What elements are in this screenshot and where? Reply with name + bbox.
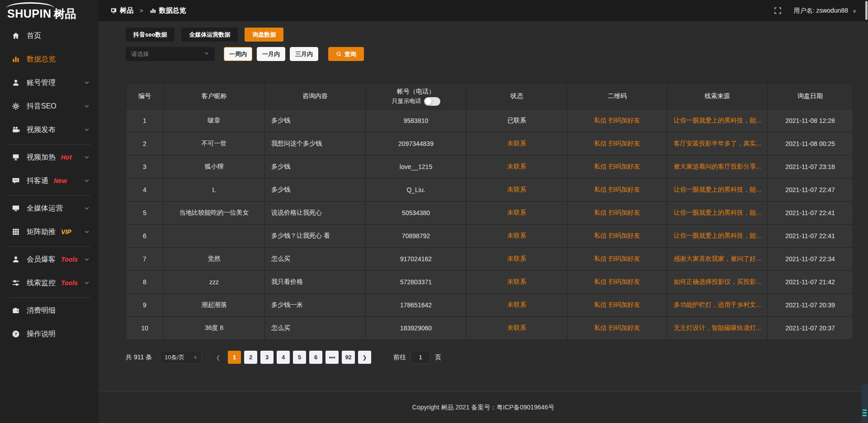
sidebar-item-account-manage[interactable]: 账号管理 xyxy=(0,74,99,92)
sidebar-item-clue-monitor[interactable]: 线索监控Tools xyxy=(0,274,99,292)
phone-only-toggle[interactable] xyxy=(424,97,440,106)
home-icon xyxy=(12,32,20,40)
cell-qrcode-link[interactable]: 私信 扫码加好友 xyxy=(567,294,667,316)
prev-page-button[interactable]: ❮ xyxy=(212,351,225,364)
cell-status[interactable]: 未联系 xyxy=(467,317,567,339)
cell-source-link[interactable]: 多功能护栏灯，适用于乡村文... xyxy=(667,294,767,316)
cell-qrcode-link[interactable]: 私信 扫码加好友 xyxy=(567,109,667,132)
cell-status[interactable]: 未联系 xyxy=(467,132,567,155)
question-icon: ? xyxy=(12,330,20,338)
tab-douyin-seo-data[interactable]: 抖音seo数据 xyxy=(126,28,175,42)
sidebar-item-video-heat[interactable]: 视频加热Hot xyxy=(0,148,99,166)
cell-status[interactable]: 未联系 xyxy=(467,202,567,224)
corner-widget[interactable] xyxy=(861,384,868,423)
cell-status[interactable]: 未联系 xyxy=(467,248,567,270)
cell-status[interactable]: 未联系 xyxy=(467,294,567,316)
cell-account: Q_Liu. xyxy=(366,179,466,201)
period-button[interactable]: 一月内 xyxy=(257,47,285,61)
sidebar-item-consumption-detail[interactable]: 消费明细 xyxy=(0,301,99,320)
page-button-92[interactable]: 92 xyxy=(342,351,355,364)
cell-source-link[interactable]: 让你一眼就爱上的黑科技，能... xyxy=(667,109,767,132)
cell-nickname: 当地比较能吃的一位美女 xyxy=(164,202,264,224)
sidebar-item-media-operation[interactable]: 全媒体运营 xyxy=(0,199,99,217)
sidebar-item-label: 数据总览 xyxy=(27,55,56,64)
filter-select[interactable]: 请选择 xyxy=(126,47,215,61)
table-row: 3狐小狸多少钱love__1215未联系私信 扫码加好友被大家追着问的客厅投影分… xyxy=(126,155,853,178)
cell-content: 多少钱 xyxy=(265,109,365,132)
breadcrumb: 树品 > 数据总览 xyxy=(110,6,186,15)
display-icon xyxy=(12,153,20,161)
cell-qrcode-link[interactable]: 私信 扫码加好友 xyxy=(567,132,667,155)
cell-source-link[interactable]: 感谢大家喜欢我家，被问了好... xyxy=(667,248,767,270)
cell-qrcode-link[interactable]: 私信 扫码加好友 xyxy=(567,317,667,339)
cell-date: 2021-11-07 22:41 xyxy=(768,202,853,224)
cell-date: 2021-11-07 23:18 xyxy=(768,155,853,178)
sidebar-item-label: 矩阵助推 xyxy=(27,227,56,237)
cell-source-link[interactable]: 让你一眼就爱上的黑科技，能... xyxy=(667,225,767,247)
cell-source-link[interactable]: 被大家追着问的客厅投影分享... xyxy=(667,155,767,178)
page-button-3[interactable]: 3 xyxy=(260,351,274,364)
bar-chart-icon xyxy=(12,55,20,63)
sidebar-item-video-publish[interactable]: 视频发布 xyxy=(0,121,99,139)
cell-content: 多少钱 xyxy=(265,179,365,201)
more-pages-button[interactable]: ••• xyxy=(326,351,339,364)
cell-source-link[interactable]: 让你一眼就爱上的黑科技，能... xyxy=(667,202,767,224)
page-button-1[interactable]: 1 xyxy=(228,351,241,364)
breadcrumb-current-icon xyxy=(150,7,156,14)
cell-qrcode-link[interactable]: 私信 扫码加好友 xyxy=(567,179,667,201)
goto-page-input[interactable] xyxy=(410,351,430,364)
page-button-5[interactable]: 5 xyxy=(293,351,306,364)
cell-status[interactable]: 未联系 xyxy=(467,155,567,178)
footer: Copyright 树品 2021 备案号：粤ICP备09019646号 xyxy=(99,391,868,423)
cell-qrcode-link[interactable]: 私信 扫码加好友 xyxy=(567,225,667,247)
sidebar-item-douyin-seo[interactable]: 抖音SEO xyxy=(0,97,99,115)
monitor-icon xyxy=(12,204,20,212)
scrollbar-thumb[interactable] xyxy=(865,1,868,20)
period-button[interactable]: 一周内 xyxy=(224,47,252,61)
fullscreen-icon[interactable] xyxy=(774,7,782,14)
sidebar-divider xyxy=(8,144,90,145)
sidebar-item-data-overview[interactable]: 数据总览 xyxy=(0,50,99,68)
sidebar: SHUPIN树品 首页数据总览账号管理抖音SEO视频发布视频加热Hot抖客通Ne… xyxy=(0,0,99,423)
page-button-4[interactable]: 4 xyxy=(277,351,290,364)
column-header: 编号 xyxy=(126,83,163,109)
cell-source-link[interactable]: 客厅安装投影半年多了，真实... xyxy=(667,132,767,155)
sidebar-item-member-baoke[interactable]: 会员爆客Tools xyxy=(0,250,99,268)
cell-status[interactable]: 未联系 xyxy=(467,271,567,293)
chevron-down-icon xyxy=(84,103,90,109)
period-button[interactable]: 三月内 xyxy=(290,47,318,61)
username-menu[interactable]: 用户名: zswodun88 ∨ xyxy=(793,7,856,15)
cell-qrcode-link[interactable]: 私信 扫码加好友 xyxy=(567,248,667,270)
chevron-down-icon xyxy=(84,280,90,286)
cell-source-link[interactable]: 如何正确选择投影仪，买投影... xyxy=(667,271,767,293)
page-button-6[interactable]: 6 xyxy=(309,351,322,364)
sidebar-item-home[interactable]: 首页 xyxy=(0,27,99,45)
chevron-down-icon xyxy=(84,206,90,211)
chevron-down-icon xyxy=(84,155,90,160)
cell-source-link[interactable]: 让你一眼就爱上的黑科技，能... xyxy=(667,179,767,201)
sidebar-item-operation-guide[interactable]: ?操作说明 xyxy=(0,325,99,343)
cell-account: 572803371 xyxy=(366,271,466,293)
cell-qrcode-link[interactable]: 私信 扫码加好友 xyxy=(567,155,667,178)
sidebar-item-matrix-boost[interactable]: 矩阵助推VIP xyxy=(0,223,99,241)
tab-inquiry-data[interactable]: 询盘数据 xyxy=(245,28,283,42)
sidebar-item-douketong[interactable]: 抖客通New xyxy=(0,172,99,190)
cell-status[interactable]: 未联系 xyxy=(467,225,567,247)
cell-status[interactable]: 已联系 xyxy=(467,109,567,132)
cell-source-link[interactable]: 无主灯设计，智能磁吸轨道灯... xyxy=(667,317,767,339)
page-size-select[interactable]: 10条/页 ∨ xyxy=(160,351,202,364)
cell-status[interactable]: 未联系 xyxy=(467,179,567,201)
query-button[interactable]: 查询 xyxy=(328,47,364,61)
cell-no: 9 xyxy=(126,294,163,316)
breadcrumb-current: 数据总览 xyxy=(159,6,186,15)
cell-qrcode-link[interactable]: 私信 扫码加好友 xyxy=(567,202,667,224)
breadcrumb-root[interactable]: 树品 xyxy=(120,6,133,15)
table-row: 1啵章多少钱9583810已联系私信 扫码加好友让你一眼就爱上的黑科技，能...… xyxy=(126,109,853,132)
tab-media-operation-data[interactable]: 全媒体运营数据 xyxy=(181,28,238,42)
table-row: 1036度 8怎么买183929060未联系私信 扫码加好友无主灯设计，智能磁吸… xyxy=(126,317,853,339)
cell-no: 10 xyxy=(126,317,163,339)
cell-date: 2021-11-07 20:37 xyxy=(768,317,853,339)
next-page-button[interactable]: ❯ xyxy=(358,351,371,364)
page-button-2[interactable]: 2 xyxy=(244,351,257,364)
cell-qrcode-link[interactable]: 私信 扫码加好友 xyxy=(567,271,667,293)
